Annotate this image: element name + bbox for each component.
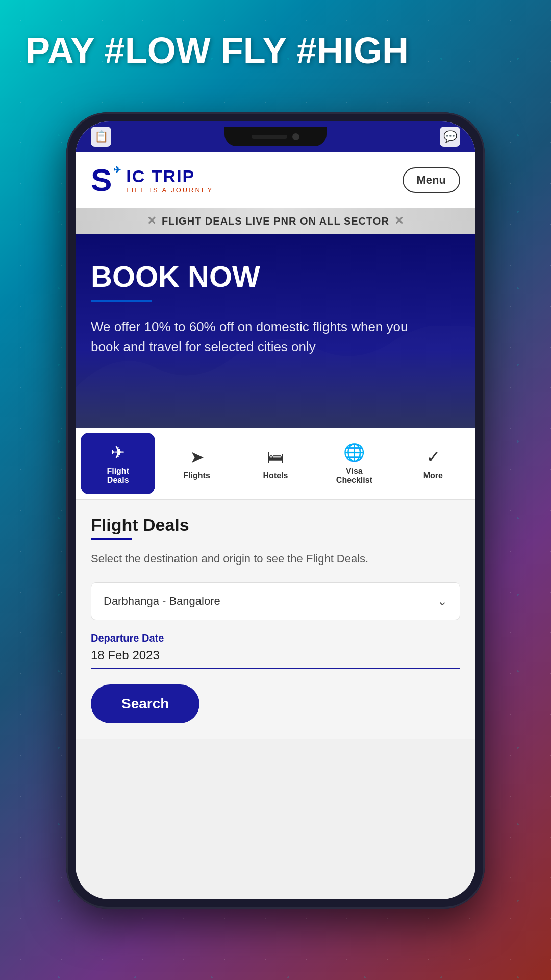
notch-camera: [292, 133, 299, 140]
logo-company-name: IC TRIP: [126, 166, 213, 186]
flights-icon: ➤: [190, 447, 204, 467]
phone-frame: 📋 💬 S ✈: [66, 112, 485, 909]
tab-visa-checklist[interactable]: 🌐 VisaChecklist: [317, 433, 391, 494]
departure-date-value: 18 Feb 2023: [91, 648, 460, 663]
flight-deals-icon: ✈: [111, 442, 125, 462]
notch-speaker: [252, 135, 287, 139]
logo-plane-icon: ✈: [113, 165, 121, 175]
section-title-underline: [91, 538, 132, 540]
logo-sub-text: LIFE IS A JOURNEY: [126, 186, 213, 194]
more-icon: ✓: [426, 447, 440, 467]
banner-text: FLIGHT DEALS LIVE PNR ON ALL SECTOR: [162, 215, 389, 227]
tab-hotels-label: Hotels: [263, 471, 288, 480]
logo-letter: S ✈: [91, 164, 112, 196]
phone-screen: 📋 💬 S ✈: [76, 121, 475, 899]
route-dropdown-value: Darbhanga - Bangalore: [104, 595, 220, 608]
app-content: S ✈ IC TRIP LIFE IS A JOURNEY Menu ✕: [76, 152, 475, 899]
tab-more[interactable]: ✓ More: [396, 433, 470, 494]
tab-flight-deals[interactable]: ✈ FlightDeals: [81, 433, 155, 494]
banner-icon-left: ✕: [147, 214, 157, 228]
search-button[interactable]: Search: [91, 684, 199, 723]
status-right-icon: 💬: [440, 127, 460, 147]
status-bar: 📋 💬: [76, 121, 475, 152]
logo-text-area: IC TRIP LIFE IS A JOURNEY: [126, 166, 213, 194]
tab-flight-deals-label: FlightDeals: [107, 467, 129, 485]
app-header: S ✈ IC TRIP LIFE IS A JOURNEY Menu: [76, 152, 475, 208]
tab-visa-checklist-label: VisaChecklist: [336, 467, 372, 485]
menu-button[interactable]: Menu: [403, 167, 460, 193]
route-dropdown[interactable]: Darbhanga - Bangalore ⌄: [91, 582, 460, 620]
departure-date-field: Departure Date 18 Feb 2023: [91, 632, 460, 669]
promo-banner: ✕ FLIGHT DEALS LIVE PNR ON ALL SECTOR ✕: [76, 208, 475, 234]
hero-title: BOOK NOW: [91, 259, 460, 293]
phone-notch: [224, 127, 327, 146]
dropdown-arrow-icon: ⌄: [437, 594, 447, 608]
tab-more-label: More: [423, 471, 443, 480]
date-underline: [91, 668, 460, 669]
section-title: Flight Deals: [91, 515, 460, 535]
tab-flights[interactable]: ➤ Flights: [159, 433, 234, 494]
hero-description: We offer 10% to 60% off on domestic flig…: [91, 317, 423, 357]
departure-date-label: Departure Date: [91, 632, 460, 644]
visa-checklist-icon: 🌐: [343, 442, 365, 462]
tab-navigation: ✈ FlightDeals ➤ Flights 🛏 Hotels 🌐 VisaC…: [76, 428, 475, 500]
tab-hotels[interactable]: 🛏 Hotels: [238, 433, 313, 494]
banner-icon-right: ✕: [394, 214, 404, 228]
page-tagline: PAY #LOW FLY #HIGH: [26, 31, 409, 71]
hero-section: BOOK NOW We offer 10% to 60% off on dome…: [76, 234, 475, 428]
status-left-icon: 📋: [91, 127, 111, 147]
tab-flights-label: Flights: [183, 471, 210, 480]
flight-deals-section: Flight Deals Select the destination and …: [76, 500, 475, 739]
logo-area: S ✈ IC TRIP LIFE IS A JOURNEY: [91, 164, 213, 196]
section-description: Select the destination and origin to see…: [91, 550, 460, 567]
hero-underline: [91, 300, 152, 302]
hotels-icon: 🛏: [267, 447, 284, 467]
